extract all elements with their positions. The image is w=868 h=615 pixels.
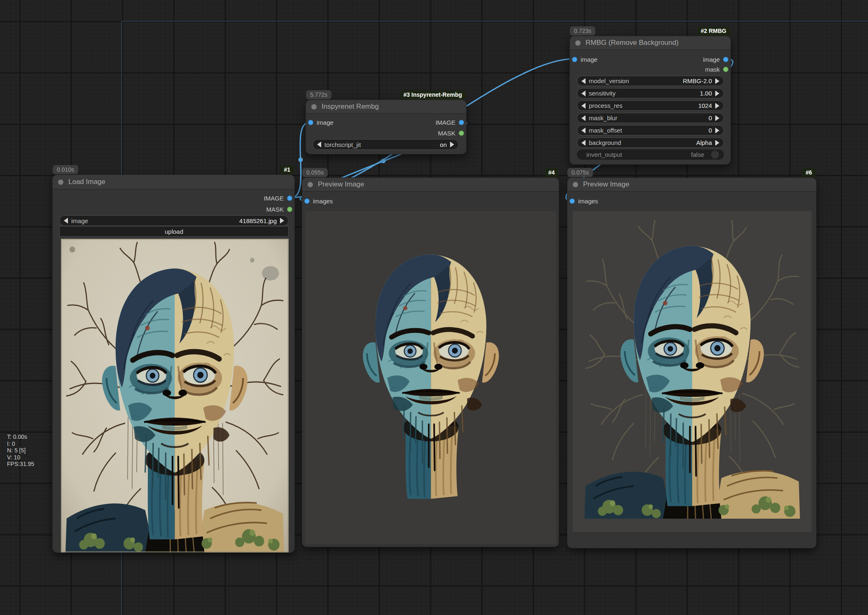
link-midpoint-dot bbox=[381, 159, 386, 163]
output-port-image[interactable]: IMAGE bbox=[264, 195, 292, 201]
prev-arrow-icon[interactable] bbox=[581, 91, 586, 96]
upload-button-label: upload bbox=[165, 228, 183, 235]
widget-label: torchscript_jit bbox=[324, 141, 361, 148]
port-label: images bbox=[578, 198, 598, 205]
widget-label: image bbox=[71, 217, 88, 224]
port-dot-green[interactable] bbox=[723, 67, 728, 72]
widget-label: sensitivity bbox=[589, 90, 616, 97]
widget-value: on bbox=[440, 141, 447, 148]
node-title-bar[interactable]: Preview Image bbox=[302, 178, 559, 192]
port-dot-blue[interactable] bbox=[287, 196, 292, 201]
output-port-mask[interactable]: mask bbox=[705, 66, 728, 72]
output-port-mask[interactable]: MASK bbox=[266, 206, 292, 212]
output-port-mask[interactable]: MASK bbox=[438, 130, 464, 136]
prev-arrow-icon[interactable] bbox=[317, 142, 321, 147]
node-title-text: Preview Image bbox=[318, 180, 364, 189]
input-port-images[interactable]: images bbox=[569, 198, 598, 204]
next-arrow-icon[interactable] bbox=[715, 128, 719, 133]
node-id-badge: #3 Inspyrenet-Rembg bbox=[400, 91, 465, 99]
port-dot-blue[interactable] bbox=[459, 120, 464, 125]
input-port-image[interactable]: image bbox=[572, 56, 597, 63]
output-port-image[interactable]: image bbox=[703, 56, 728, 63]
port-dot-blue[interactable] bbox=[569, 198, 575, 204]
invert-output-toggle[interactable]: invert_output false bbox=[577, 149, 724, 160]
widget-value: RMBG-2.0 bbox=[683, 77, 712, 84]
node-preview-image-4[interactable]: 0.055s #4 Preview Image images bbox=[302, 177, 559, 547]
node-title-bar[interactable]: Inspyrenet Rembg bbox=[306, 100, 466, 114]
node-title-bar[interactable]: Load Image bbox=[53, 175, 294, 190]
widget-value: 41885261.jpg bbox=[239, 217, 277, 224]
mask-offset-widget[interactable]: mask_offset 0 bbox=[577, 125, 724, 135]
port-label: mask bbox=[705, 66, 720, 73]
model-version-widget[interactable]: model_version RMBG-2.0 bbox=[577, 76, 724, 86]
node-inspyrenet-rembg[interactable]: 5.772s #3 Inspyrenet-Rembg Inspyrenet Re… bbox=[306, 100, 467, 154]
port-dot-blue[interactable] bbox=[304, 198, 310, 204]
widget-label: process_res bbox=[589, 102, 623, 109]
port-dot-blue[interactable] bbox=[572, 57, 577, 62]
widget-value: 0 bbox=[709, 127, 712, 134]
next-arrow-icon[interactable] bbox=[715, 115, 719, 121]
torchscript-jit-widget[interactable]: torchscript_jit on bbox=[313, 139, 459, 150]
preview-image-result bbox=[573, 211, 812, 532]
widget-label: mask_offset bbox=[589, 127, 622, 134]
node-load-image[interactable]: 0.010s #1 Load Image IMAGE MASK image 41… bbox=[52, 175, 295, 553]
execution-time-badge: 0.075s bbox=[567, 168, 593, 177]
input-port-image[interactable]: image bbox=[308, 119, 334, 126]
stat-line: I: 0 bbox=[7, 440, 34, 447]
collapse-dot-icon[interactable] bbox=[308, 182, 313, 187]
node-title-text: Inspyrenet Rembg bbox=[322, 102, 379, 111]
node-id-badge: #4 bbox=[545, 168, 558, 177]
node-rmbg[interactable]: 0.723s #2 RMBG RMBG (Remove Background) … bbox=[569, 36, 731, 165]
next-arrow-icon[interactable] bbox=[715, 91, 719, 96]
toggle-knob-icon[interactable] bbox=[711, 150, 719, 159]
port-label: MASK bbox=[438, 130, 455, 137]
process-res-widget[interactable]: process_res 1024 bbox=[577, 100, 724, 111]
next-arrow-icon[interactable] bbox=[715, 103, 719, 109]
execution-time-badge: 0.055s bbox=[302, 168, 328, 177]
port-label: image bbox=[317, 119, 334, 126]
prev-arrow-icon[interactable] bbox=[581, 78, 586, 84]
prev-arrow-icon[interactable] bbox=[581, 128, 586, 133]
port-dot-green[interactable] bbox=[287, 207, 292, 212]
prev-arrow-icon[interactable] bbox=[581, 103, 586, 109]
port-label: IMAGE bbox=[264, 195, 284, 202]
next-arrow-icon[interactable] bbox=[450, 142, 454, 147]
collapse-dot-icon[interactable] bbox=[311, 104, 317, 109]
next-arrow-icon[interactable] bbox=[715, 78, 719, 84]
prev-arrow-icon[interactable] bbox=[581, 115, 586, 121]
port-label: IMAGE bbox=[436, 119, 455, 126]
mask-blur-widget[interactable]: mask_blur 0 bbox=[577, 113, 724, 123]
node-title-text: Load Image bbox=[68, 178, 105, 186]
performance-stats: T: 0.00s I: 0 N: 5 [5] V: 10 FPS:31.95 bbox=[7, 433, 34, 468]
node-title-bar[interactable]: RMBG (Remove Background) bbox=[570, 36, 730, 50]
collapse-dot-icon[interactable] bbox=[58, 179, 63, 185]
widget-label: invert_output bbox=[586, 151, 622, 158]
stat-line: T: 0.00s bbox=[7, 433, 34, 440]
prev-arrow-icon[interactable] bbox=[581, 140, 586, 146]
background-widget[interactable]: background Alpha bbox=[577, 137, 724, 148]
widget-value: 1024 bbox=[698, 102, 712, 109]
collapse-dot-icon[interactable] bbox=[573, 182, 578, 187]
port-dot-green[interactable] bbox=[459, 130, 464, 136]
port-dot-blue[interactable] bbox=[308, 120, 313, 125]
widget-value: Alpha bbox=[696, 139, 712, 146]
port-dot-blue[interactable] bbox=[723, 57, 728, 62]
next-arrow-icon[interactable] bbox=[280, 218, 284, 224]
next-arrow-icon[interactable] bbox=[715, 140, 719, 146]
image-combo-widget[interactable]: image 41885261.jpg bbox=[59, 215, 289, 226]
prev-arrow-icon[interactable] bbox=[64, 218, 68, 224]
node-graph-canvas[interactable]: 0.010s #1 Load Image IMAGE MASK image 41… bbox=[0, 0, 868, 615]
widget-label: background bbox=[589, 139, 621, 146]
collapse-dot-icon[interactable] bbox=[575, 40, 581, 46]
port-label: image bbox=[703, 56, 720, 63]
sensitivity-widget[interactable]: sensitivity 1.00 bbox=[577, 88, 724, 98]
widget-label: mask_blur bbox=[589, 114, 617, 121]
execution-time-badge: 0.723s bbox=[570, 26, 595, 35]
node-preview-image-6[interactable]: 0.075s #6 Preview Image images bbox=[567, 177, 817, 548]
upload-button[interactable]: upload bbox=[59, 226, 289, 237]
node-id-badge: #1 bbox=[280, 165, 294, 174]
input-port-images[interactable]: images bbox=[304, 198, 333, 204]
output-port-image[interactable]: IMAGE bbox=[436, 119, 464, 126]
stat-line: FPS:31.95 bbox=[7, 461, 34, 468]
node-title-bar[interactable]: Preview Image bbox=[567, 178, 816, 192]
